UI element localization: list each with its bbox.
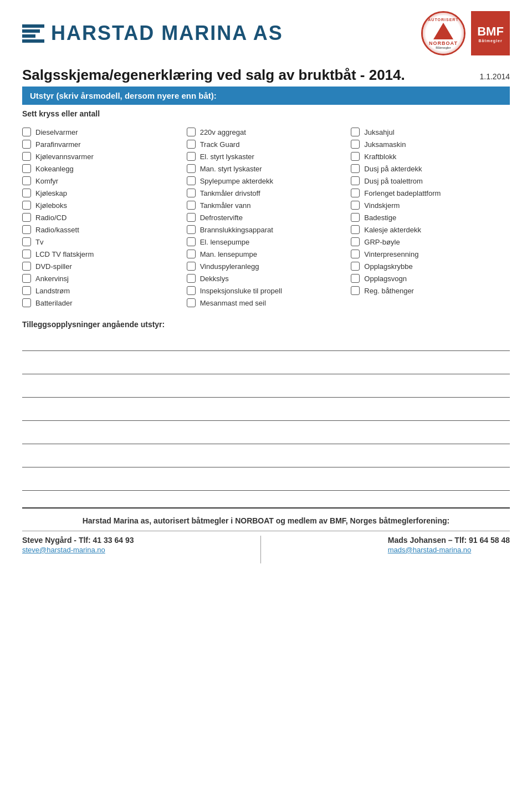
tillegg-line-2[interactable] (22, 359, 510, 374)
section-header: Utstyr (skriv årsmodell, dersom nyere en… (22, 87, 510, 105)
checkbox-220v[interactable] (187, 128, 196, 136)
checkbox-opplagskrybbe[interactable] (351, 262, 360, 271)
list-item: GRP-bøyle (351, 236, 510, 248)
person2-email[interactable]: mads@harstad-marina.no (388, 546, 471, 554)
list-item: Forlenget badeplattform (351, 187, 510, 199)
checkbox-dvd[interactable] (22, 262, 31, 271)
checkbox-el-lyskaster[interactable] (187, 152, 196, 161)
list-item: Opplagsvogn (351, 272, 510, 284)
checkbox-defrostervifte[interactable] (187, 213, 196, 222)
equipment-grid: Dieselvarmer Parafinvarmer Kjølevannsvar… (22, 126, 510, 309)
column-2: 220v aggregat Track Guard El. styrt lysk… (187, 126, 346, 309)
list-item: Dusj på akterdekk (351, 162, 510, 175)
company-name: HARSTAD MARINA AS (51, 22, 283, 45)
tillegg-line-7[interactable] (22, 475, 510, 491)
checkbox-juksahjul[interactable] (351, 128, 360, 136)
list-item: Reg. båthenger (351, 284, 510, 297)
checkbox-komfyr[interactable] (22, 176, 31, 185)
checkbox-trackguard[interactable] (187, 140, 196, 149)
tillegg-line-5[interactable] (22, 429, 510, 444)
list-item: Defrostervifte (187, 211, 346, 223)
norboat-triangle-icon (433, 23, 453, 39)
footer-main-text: Harstad Marina as, autorisert båtmegler … (22, 516, 510, 525)
checkbox-tankmaler-vann[interactable] (187, 201, 196, 210)
checkbox-kalesje[interactable] (351, 225, 360, 234)
checkbox-lcdtv[interactable] (22, 250, 31, 258)
checkbox-brann[interactable] (187, 225, 196, 234)
list-item: Badestige (351, 211, 510, 223)
list-item: Brannslukkingsapparat (187, 223, 346, 236)
list-item: Dekkslys (187, 272, 346, 284)
footer: Harstad Marina as, autorisert båtmegler … (22, 507, 510, 563)
checkbox-kjolevannsvarmer[interactable] (22, 152, 31, 161)
checkbox-dusj-akterdekk[interactable] (351, 164, 360, 173)
list-item: Vinduspyleranlegg (187, 260, 346, 272)
list-item: Track Guard (187, 138, 346, 150)
tillegg-line-4[interactable] (22, 405, 510, 421)
checkbox-radiocd[interactable] (22, 213, 31, 222)
list-item: Batterilader (22, 297, 181, 309)
list-item: Opplagskrybbe (351, 260, 510, 272)
checkbox-spylepumpe[interactable] (187, 176, 196, 185)
list-item: Radio/CD (22, 211, 181, 223)
checkbox-badestige[interactable] (351, 213, 360, 222)
checkbox-man-lensepumpe[interactable] (187, 250, 196, 258)
list-item: Kalesje akterdekk (351, 223, 510, 236)
checkbox-vinduspyleranlegg[interactable] (187, 262, 196, 271)
list-item: Kraftblokk (351, 150, 510, 162)
checkbox-vindskjerm[interactable] (351, 201, 360, 210)
tillegg-line-3[interactable] (22, 382, 510, 398)
checkbox-reg-bathenger[interactable] (351, 286, 360, 295)
checkbox-tankmaler-drivstoff[interactable] (187, 189, 196, 197)
checkbox-dusj-toalettrom[interactable] (351, 176, 360, 185)
checkbox-kokeanlegg[interactable] (22, 164, 31, 173)
checkbox-kraftblokk[interactable] (351, 152, 360, 161)
set-kryss-label: Sett kryss eller antall (22, 109, 510, 118)
list-item: El. lensepumpe (187, 236, 346, 248)
bmf-text: BMF (477, 24, 504, 39)
checkbox-landstrom[interactable] (22, 286, 31, 295)
person1-email[interactable]: steve@harstad-marina.no (22, 546, 105, 554)
checkbox-opplagsvogn[interactable] (351, 274, 360, 283)
checkbox-el-lensepumpe[interactable] (187, 237, 196, 246)
list-item: Parafinvarmer (22, 138, 181, 150)
footer-divider (260, 536, 261, 563)
norboat-text-bottom: NORBOAT (429, 40, 458, 46)
checkbox-parafinvarmer[interactable] (22, 140, 31, 149)
logo-area: HARSTAD MARINA AS (22, 22, 283, 45)
checkbox-dekkslys[interactable] (187, 274, 196, 283)
list-item: Tv (22, 236, 181, 248)
checkbox-ankervinsj[interactable] (22, 274, 31, 283)
list-item: Vinterpresenning (351, 248, 510, 260)
checkbox-mesanmast[interactable] (187, 298, 196, 307)
list-item: Dieselvarmer (22, 126, 181, 138)
list-item: DVD-spiller (22, 260, 181, 272)
list-item: 220v aggregat (187, 126, 346, 138)
checkbox-inspeksjonsluke[interactable] (187, 286, 196, 295)
list-item: El. styrt lyskaster (187, 150, 346, 162)
footer-contacts: Steve Nygård - Tlf: 41 33 64 93 steve@ha… (22, 531, 510, 563)
checkbox-vinterpresenning[interactable] (351, 250, 360, 258)
tillegg-line-6[interactable] (22, 452, 510, 467)
column-3: Juksahjul Juksamaskin Kraftblokk Dusj på… (351, 126, 510, 309)
checkbox-kjoleboks[interactable] (22, 201, 31, 210)
checkbox-grp-boyle[interactable] (351, 237, 360, 246)
list-item: Man. lensepumpe (187, 248, 346, 260)
checkbox-batterilader[interactable] (22, 298, 31, 307)
bmf-subtext: Båtmegler (478, 39, 502, 43)
person1-name: Steve Nygård - Tlf: 41 33 64 93 (22, 536, 134, 545)
tillegg-line-1[interactable] (22, 335, 510, 351)
checkbox-man-lyskaster[interactable] (187, 164, 196, 173)
checkbox-forlenget[interactable] (351, 189, 360, 197)
list-item: Kokeanlegg (22, 162, 181, 175)
checkbox-tv[interactable] (22, 237, 31, 246)
list-item: Landstrøm (22, 284, 181, 297)
footer-person-1: Steve Nygård - Tlf: 41 33 64 93 steve@ha… (22, 536, 134, 554)
checkbox-juksamaskin[interactable] (351, 140, 360, 149)
checkbox-dieselvarmer[interactable] (22, 128, 31, 136)
person2-name: Mads Johansen – Tlf: 91 64 58 48 (388, 536, 510, 545)
checkbox-radiokassett[interactable] (22, 225, 31, 234)
checkbox-kjoleskap[interactable] (22, 189, 31, 197)
list-item: Tankmåler vann (187, 199, 346, 211)
list-item: Kjølevannsvarmer (22, 150, 181, 162)
